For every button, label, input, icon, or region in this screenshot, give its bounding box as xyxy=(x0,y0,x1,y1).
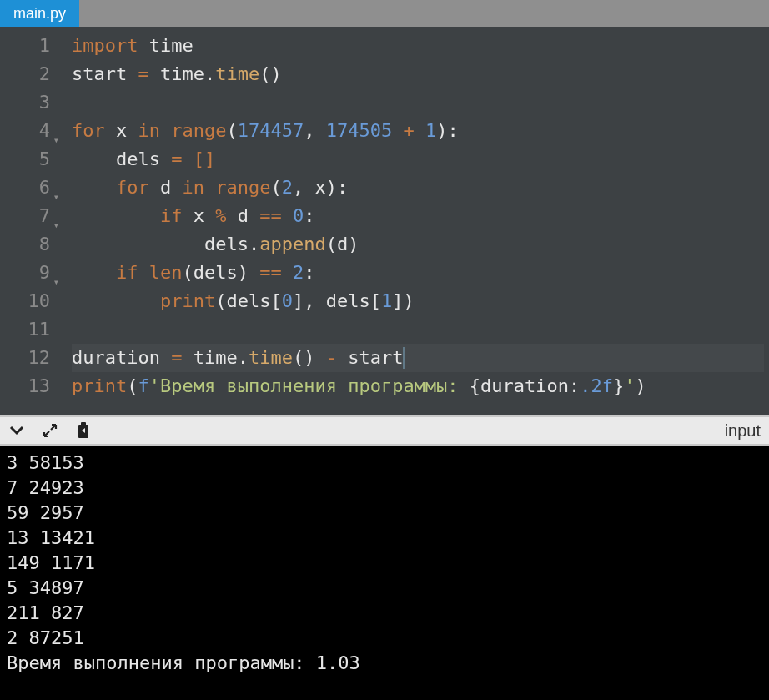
code-line-active: duration = time.time() - start xyxy=(72,344,764,372)
line-number: 2 xyxy=(5,60,50,88)
line-number-gutter: 1 2 3 4 5 6 7 8 9 10 11 12 13 xyxy=(0,27,62,415)
code-editor[interactable]: 1 2 3 4 5 6 7 8 9 10 11 12 13 import tim… xyxy=(0,27,769,415)
line-number: 8 xyxy=(5,230,50,259)
line-number: 13 xyxy=(5,372,50,400)
line-number: 9 xyxy=(5,259,50,287)
text-cursor xyxy=(403,347,405,369)
code-line: if len(dels) == 2: xyxy=(72,259,764,287)
input-label: input xyxy=(725,421,761,441)
line-number: 3 xyxy=(5,88,50,117)
code-area[interactable]: import time start = time.time() for x in… xyxy=(62,27,769,415)
code-line: print(dels[0], dels[1]) xyxy=(72,287,764,315)
code-line: for x in range(174457, 174505 + 1): xyxy=(72,117,764,145)
code-line: for d in range(2, x): xyxy=(72,174,764,202)
code-line: if x % d == 0: xyxy=(72,202,764,230)
line-number: 6 xyxy=(5,174,50,202)
chevron-down-icon[interactable] xyxy=(8,422,25,439)
line-number: 12 xyxy=(5,344,50,372)
line-number: 5 xyxy=(5,145,50,174)
line-number: 1 xyxy=(5,32,50,60)
code-line: start = time.time() xyxy=(72,60,764,88)
tab-strip-empty xyxy=(79,0,769,27)
code-line xyxy=(72,315,764,344)
tab-main-py[interactable]: main.py xyxy=(0,0,79,27)
code-line xyxy=(72,88,764,117)
expand-icon[interactable] xyxy=(42,422,58,439)
line-number: 7 xyxy=(5,202,50,230)
line-number: 4 xyxy=(5,117,50,145)
code-line: dels.append(d) xyxy=(72,230,764,259)
code-line: dels = [] xyxy=(72,145,764,174)
console-output[interactable]: 3 58153 7 24923 59 2957 13 13421 149 117… xyxy=(0,446,769,700)
console-toolbar: input xyxy=(0,415,769,446)
svg-rect-1 xyxy=(81,422,86,426)
code-line: print(f'Время выполнения программы: {dur… xyxy=(72,372,764,400)
line-number: 10 xyxy=(5,287,50,315)
tab-bar: main.py xyxy=(0,0,769,27)
code-line: import time xyxy=(72,32,764,60)
line-number: 11 xyxy=(5,315,50,344)
clipboard-icon[interactable] xyxy=(75,421,92,440)
